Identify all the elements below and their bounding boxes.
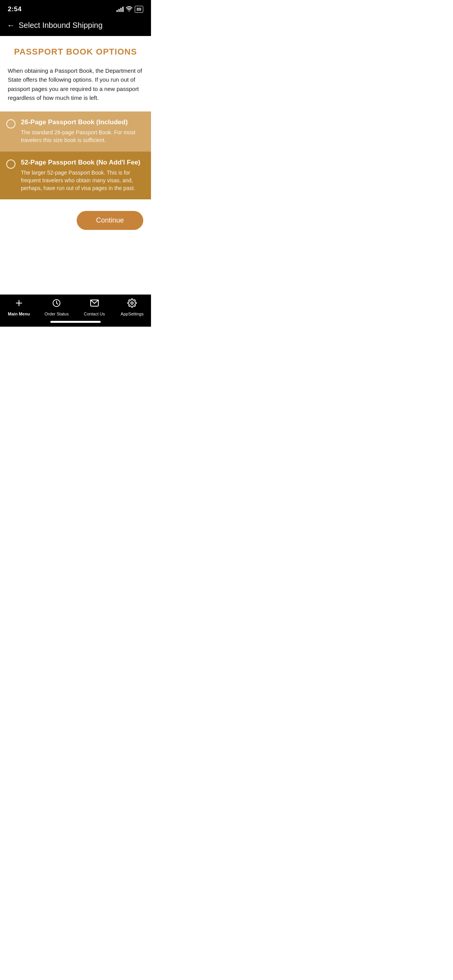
page-title: PASSPORT BOOK OPTIONS	[0, 36, 151, 66]
option-26-page[interactable]: 26-Page Passport Book (Included) The sta…	[0, 111, 151, 152]
status-time: 2:54	[8, 5, 22, 13]
battery-icon: 89	[135, 6, 143, 13]
svg-point-5	[131, 302, 133, 304]
radio-52-page[interactable]	[6, 159, 15, 169]
plus-icon	[14, 298, 24, 310]
option-52-desc: The larger 52-page Passport Book. This i…	[21, 169, 144, 192]
home-bar	[50, 321, 101, 323]
wifi-icon	[126, 6, 132, 13]
option-26-title: 26-Page Passport Book (Included)	[21, 118, 144, 126]
radio-26-page[interactable]	[6, 119, 15, 128]
back-button[interactable]: ←	[7, 21, 15, 30]
option-26-desc: The standard 26-page Passport Book. For …	[21, 128, 144, 144]
tab-contact-us[interactable]: Contact Us	[81, 298, 108, 316]
home-indicator	[0, 319, 151, 327]
options-container: 26-Page Passport Book (Included) The sta…	[0, 111, 151, 199]
option-52-title: 52-Page Passport Book (No Add'l Fee)	[21, 159, 144, 166]
tab-main-menu[interactable]: Main Menu	[5, 298, 33, 316]
gear-icon	[127, 298, 137, 310]
main-content: PASSPORT BOOK OPTIONS When obtaining a P…	[0, 36, 151, 295]
tab-order-status[interactable]: Order Status	[43, 298, 70, 316]
nav-header: ← Select Inbound Shipping	[0, 16, 151, 36]
mail-icon	[90, 298, 99, 310]
option-52-page[interactable]: 52-Page Passport Book (No Add'l Fee) The…	[0, 152, 151, 200]
continue-area: Continue	[0, 199, 151, 238]
tab-app-settings-label: AppSettings	[121, 312, 144, 316]
clock-icon	[52, 298, 61, 310]
nav-title: Select Inbound Shipping	[19, 21, 103, 30]
tab-bar: Main Menu Order Status Contact Us AppSet…	[0, 295, 151, 319]
tab-order-status-label: Order Status	[45, 312, 69, 316]
tab-main-menu-label: Main Menu	[8, 312, 30, 316]
status-bar: 2:54 89	[0, 0, 151, 16]
tab-app-settings[interactable]: AppSettings	[118, 298, 146, 316]
svg-point-0	[129, 10, 129, 11]
tab-contact-us-label: Contact Us	[84, 312, 105, 316]
signal-bars-icon	[117, 7, 124, 12]
status-icons: 89	[117, 6, 143, 13]
page-description: When obtaining a Passport Book, the Depa…	[0, 66, 151, 111]
continue-button[interactable]: Continue	[77, 211, 143, 230]
